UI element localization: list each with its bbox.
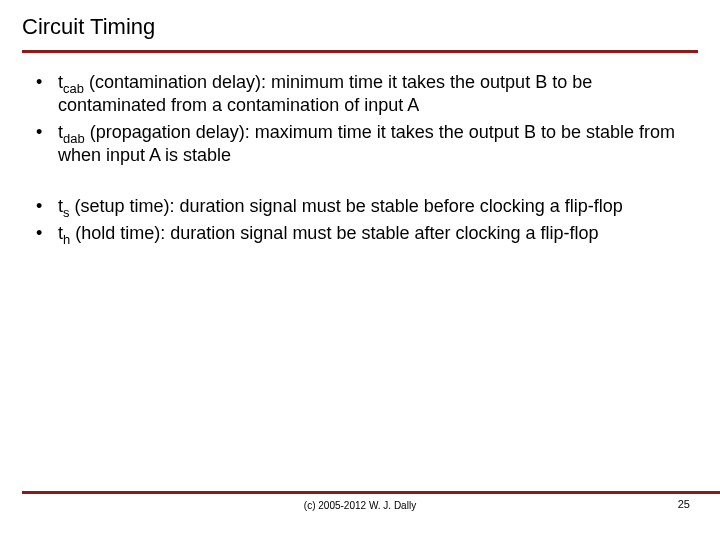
term-desc: duration signal must be stable before cl… [180,196,623,216]
bullet-item: tcab (contamination delay): minimum time… [34,71,694,117]
bullet-item: th (hold time): duration signal must be … [34,222,694,245]
bullet-group-2: ts (setup time): duration signal must be… [34,195,694,245]
footer-rule [22,491,720,494]
bullet-item: tdab (propagation delay): maximum time i… [34,121,694,167]
slide: Circuit Timing tcab (contamination delay… [0,0,720,540]
term-subscript: dab [63,131,85,146]
slide-content: tcab (contamination delay): minimum time… [22,53,698,245]
term-label: (setup time) [75,196,170,216]
term-subscript: cab [63,81,84,96]
term-label: (hold time) [75,223,160,243]
term-subscript: h [63,232,70,247]
term-label: (propagation delay) [90,122,245,142]
term-desc: duration signal must be stable after clo… [170,223,598,243]
page-number: 25 [678,498,690,510]
slide-title: Circuit Timing [22,14,698,50]
term-subscript: s [63,205,69,220]
bullet-item: ts (setup time): duration signal must be… [34,195,694,218]
slide-footer: (c) 2005-2012 W. J. Dally 25 [0,491,720,518]
footer-row: (c) 2005-2012 W. J. Dally 25 [0,500,720,518]
copyright-text: (c) 2005-2012 W. J. Dally [0,500,720,511]
bullet-group-1: tcab (contamination delay): minimum time… [34,71,694,167]
term-label: (contamination delay) [89,72,261,92]
